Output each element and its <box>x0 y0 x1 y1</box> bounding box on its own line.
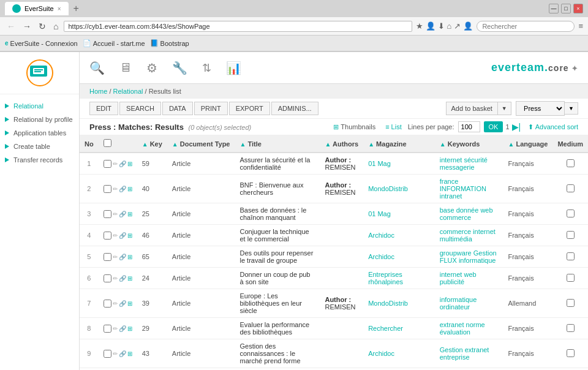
keywords-text[interactable]: internet web publicité <box>440 271 477 285</box>
bookmark-star-btn[interactable]: ★ <box>416 21 423 31</box>
magazine-link[interactable]: Archidoc <box>368 232 394 239</box>
monitor-tool-btn[interactable]: 🖥 <box>119 61 132 75</box>
info-row-icon[interactable]: 🔗 <box>119 275 126 282</box>
account-btn[interactable]: 👤 <box>463 21 473 31</box>
breadcrumb-home[interactable]: Home <box>89 88 107 95</box>
edit-row-icon[interactable]: ✏ <box>113 254 118 260</box>
medium-checkbox[interactable] <box>567 349 575 357</box>
edit-row-icon[interactable]: ✏ <box>113 300 118 307</box>
col-magazine[interactable]: ▲ Magazine <box>363 135 435 153</box>
row-checkbox[interactable] <box>104 350 111 358</box>
sidebar-item-transfer[interactable]: Transfer records <box>0 153 79 167</box>
browser-search-input[interactable] <box>477 21 575 32</box>
maximize-btn[interactable]: □ <box>561 4 571 13</box>
breadcrumb-relational[interactable]: Relational <box>113 88 143 95</box>
keywords-text[interactable]: internet sécurité messagerie <box>440 156 488 171</box>
thumbnails-view-btn[interactable]: ⊞ Thumbnails <box>330 122 379 132</box>
medium-checkbox[interactable] <box>567 210 575 217</box>
next-page-btn[interactable]: ▶| <box>512 122 521 132</box>
press-dropdown-arrow[interactable]: ▼ <box>565 102 578 115</box>
edit-row-icon[interactable]: ✏ <box>113 211 118 217</box>
keywords-text[interactable]: Gestion extranet entreprise <box>440 346 489 361</box>
info-row-icon[interactable]: 🔗 <box>119 254 126 260</box>
ok-btn[interactable]: OK <box>484 121 503 132</box>
cell-magazine[interactable]: 01 Mag <box>363 153 435 175</box>
row-checkbox[interactable] <box>104 274 111 282</box>
info-row-icon[interactable]: 🔗 <box>119 350 126 357</box>
col-language[interactable]: ▲ Language <box>503 135 552 153</box>
tab-close-btn[interactable]: × <box>58 6 61 12</box>
row-checkbox[interactable] <box>104 300 111 308</box>
keywords-text[interactable]: groupware Gestion FLUX informatique <box>440 249 497 264</box>
medium-checkbox[interactable] <box>567 299 575 307</box>
magazine-link[interactable]: Archidoc <box>368 350 394 357</box>
back-btn[interactable]: ← <box>5 21 17 31</box>
medium-checkbox[interactable] <box>567 159 575 167</box>
cell-magazine[interactable]: Rechercher <box>363 318 435 339</box>
add-to-basket-btn[interactable]: Add to basket <box>447 102 498 115</box>
bookmark-eversuite[interactable]: e EverSuite - Connexion <box>5 40 78 47</box>
medium-checkbox[interactable] <box>567 324 575 332</box>
magazine-link[interactable]: Rechercher <box>368 325 403 332</box>
bookmark-accueil[interactable]: 📄 Accueil - start.me <box>83 39 145 47</box>
search-tool-btn[interactable]: 🔍 <box>89 61 105 75</box>
cell-magazine[interactable]: Archidoc <box>363 225 435 246</box>
address-bar-input[interactable] <box>64 21 412 32</box>
adminis-btn[interactable]: ADMINIS... <box>271 102 318 115</box>
data-btn[interactable]: DATA <box>162 102 193 115</box>
chart-tool-btn[interactable]: 📊 <box>226 61 241 75</box>
keywords-text[interactable]: commerce internet multimédia <box>440 228 496 243</box>
cell-magazine[interactable]: MondoDistrib <box>363 289 435 318</box>
lines-per-page-input[interactable] <box>458 121 480 132</box>
medium-checkbox[interactable] <box>567 274 575 282</box>
expand-row-icon[interactable]: ⊞ <box>127 211 132 217</box>
expand-row-icon[interactable]: ⊞ <box>127 254 132 260</box>
arrows-tool-btn[interactable]: ⇅ <box>202 61 211 75</box>
home-toolbar-btn[interactable]: ⌂ <box>447 21 452 31</box>
expand-row-icon[interactable]: ⊞ <box>127 186 132 192</box>
home-btn[interactable]: ⌂ <box>51 21 60 31</box>
row-checkbox[interactable] <box>104 185 111 193</box>
col-title[interactable]: ▲ Title <box>235 135 320 153</box>
download-btn[interactable]: ⬇ <box>438 21 445 31</box>
col-keywords[interactable]: ▲ Keywords <box>435 135 503 153</box>
sidebar-item-relational-profile[interactable]: Relational by profile <box>0 113 79 126</box>
magazine-link[interactable]: 01 Mag <box>368 210 391 217</box>
sidebar-item-relational[interactable]: Relational <box>0 99 79 113</box>
edit-row-icon[interactable]: ✏ <box>113 186 118 192</box>
browser-tab[interactable]: EverSuite × <box>5 2 69 15</box>
row-checkbox[interactable] <box>104 160 111 168</box>
export-btn[interactable]: EXPORT <box>229 102 270 115</box>
expand-row-icon[interactable]: ⊞ <box>127 160 132 167</box>
info-row-icon[interactable]: 🔗 <box>119 300 126 307</box>
magazine-link[interactable]: Entreprises rhônalpines <box>368 271 403 285</box>
info-row-icon[interactable]: 🔗 <box>119 186 126 192</box>
edit-row-icon[interactable]: ✏ <box>113 325 118 332</box>
wrench-tool-btn[interactable]: 🔧 <box>172 61 187 75</box>
row-checkbox[interactable] <box>104 232 111 240</box>
info-row-icon[interactable]: 🔗 <box>119 325 126 332</box>
expand-row-icon[interactable]: ⊞ <box>127 232 132 239</box>
medium-checkbox[interactable] <box>567 184 575 192</box>
refresh-btn[interactable]: ↻ <box>37 21 48 31</box>
press-select[interactable]: Press <box>516 101 565 116</box>
sidebar-item-app-tables[interactable]: Application tables <box>0 126 79 140</box>
keywords-text[interactable]: france INFORMATION intranet <box>440 178 486 200</box>
medium-checkbox[interactable] <box>567 231 575 239</box>
user-icon-btn[interactable]: 👤 <box>426 21 435 31</box>
add-to-basket-dropdown[interactable]: ▼ <box>498 103 511 114</box>
gear-tool-btn[interactable]: ⚙ <box>146 61 157 75</box>
edit-row-icon[interactable]: ✏ <box>113 160 118 167</box>
col-doctype[interactable]: ▲ Document Type <box>167 135 235 153</box>
magazine-link[interactable]: 01 Mag <box>368 160 391 167</box>
advanced-sort-link[interactable]: ⬆ Advanced sort <box>528 123 578 131</box>
expand-row-icon[interactable]: ⊞ <box>127 325 132 332</box>
expand-row-icon[interactable]: ⊞ <box>127 275 132 282</box>
expand-row-icon[interactable]: ⊞ <box>127 350 132 357</box>
search-btn[interactable]: SEARCH <box>119 102 161 115</box>
col-authors[interactable]: ▲ Authors <box>320 135 363 153</box>
cell-magazine[interactable]: 01 Mag <box>363 203 435 225</box>
row-checkbox[interactable] <box>104 325 111 333</box>
magazine-link[interactable]: Archidoc <box>368 253 394 260</box>
cell-magazine[interactable]: Archidoc <box>363 246 435 268</box>
